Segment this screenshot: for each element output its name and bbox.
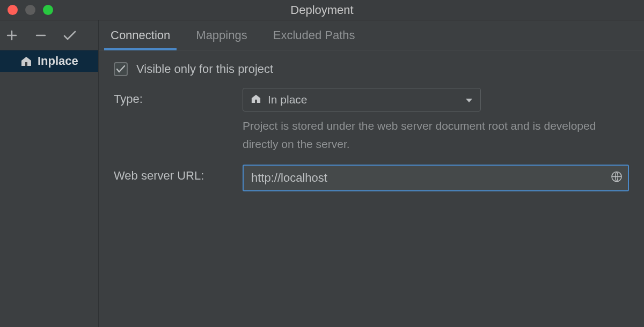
- url-label: Web server URL:: [114, 165, 232, 183]
- visible-only-label: Visible only for this project: [136, 62, 273, 76]
- window-controls: [0, 5, 53, 15]
- url-row: Web server URL:: [114, 165, 629, 191]
- window-title: Deployment: [0, 3, 644, 17]
- zoom-window-icon[interactable]: [43, 5, 53, 15]
- apply-button[interactable]: [62, 28, 77, 43]
- chevron-down-icon: [465, 93, 473, 106]
- tab-mappings[interactable]: Mappings: [194, 20, 249, 50]
- tab-content: Visible only for this project Type: In p…: [99, 50, 644, 203]
- web-server-url-input[interactable]: [243, 165, 629, 191]
- tab-connection[interactable]: Connection: [108, 20, 172, 50]
- visible-only-row: Visible only for this project: [114, 62, 629, 76]
- tab-label: Mappings: [196, 28, 247, 42]
- sidebar-item-label: Inplace: [38, 54, 78, 68]
- main-panel: Connection Mappings Excluded Paths Visib…: [99, 20, 644, 327]
- type-hint: Project is stored under the web server d…: [243, 117, 618, 153]
- titlebar: Deployment: [0, 0, 644, 20]
- type-label: Type:: [114, 88, 232, 106]
- svg-rect-0: [25, 62, 27, 66]
- tabs: Connection Mappings Excluded Paths: [99, 20, 644, 50]
- tab-label: Connection: [111, 28, 170, 42]
- svg-rect-1: [255, 100, 257, 103]
- sidebar-toolbar: [0, 20, 98, 50]
- remove-button[interactable]: [33, 28, 48, 43]
- visible-only-checkbox[interactable]: [114, 62, 128, 76]
- tab-label: Excluded Paths: [273, 28, 355, 42]
- globe-icon[interactable]: [611, 171, 623, 185]
- type-row: Type: In place Project is stored under t…: [114, 88, 629, 153]
- minimize-window-icon[interactable]: [25, 5, 35, 15]
- tab-excluded-paths[interactable]: Excluded Paths: [271, 20, 357, 50]
- type-value: In place: [268, 93, 308, 106]
- type-select[interactable]: In place: [243, 88, 481, 112]
- add-button[interactable]: [4, 28, 19, 43]
- sidebar-item-inplace[interactable]: Inplace: [0, 50, 98, 72]
- sidebar: Inplace: [0, 20, 99, 327]
- home-icon: [20, 56, 32, 66]
- home-icon: [251, 93, 261, 106]
- close-window-icon[interactable]: [8, 5, 18, 15]
